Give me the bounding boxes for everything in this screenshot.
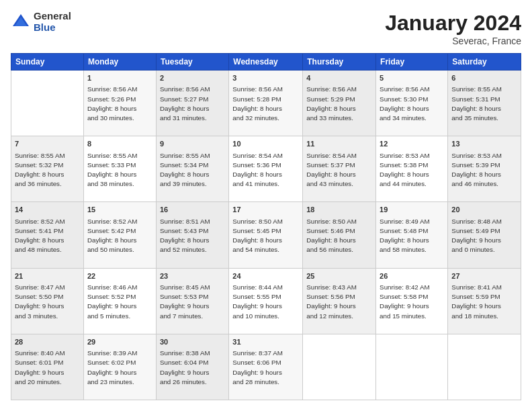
day-number: 11 — [306, 139, 372, 149]
weekday-header-saturday: Saturday — [448, 54, 521, 71]
day-info: Sunrise: 8:55 AMSunset: 5:33 PMDaylight:… — [87, 151, 152, 189]
day-number: 30 — [160, 337, 225, 347]
calendar-cell: 24Sunrise: 8:44 AMSunset: 5:55 PMDayligh… — [229, 268, 303, 334]
day-number: 17 — [232, 205, 299, 215]
calendar-cell: 8Sunrise: 8:55 AMSunset: 5:33 PMDaylight… — [83, 136, 156, 202]
weekday-header-thursday: Thursday — [303, 54, 376, 71]
calendar-cell: 13Sunrise: 8:53 AMSunset: 5:39 PMDayligh… — [448, 136, 521, 202]
calendar-cell: 31Sunrise: 8:37 AMSunset: 6:06 PMDayligh… — [229, 334, 303, 400]
day-info: Sunrise: 8:50 AMSunset: 5:45 PMDaylight:… — [232, 217, 299, 255]
logo-blue: Blue — [34, 22, 71, 34]
day-number: 26 — [380, 271, 444, 281]
calendar-cell: 27Sunrise: 8:41 AMSunset: 5:59 PMDayligh… — [448, 268, 521, 334]
title-block: January 2024 Severac, France — [385, 11, 521, 46]
day-info: Sunrise: 8:46 AMSunset: 5:52 PMDaylight:… — [87, 283, 152, 321]
day-number: 8 — [87, 139, 152, 149]
logo-general: General — [34, 11, 71, 22]
location: Severac, France — [385, 36, 521, 46]
day-info: Sunrise: 8:51 AMSunset: 5:43 PMDaylight:… — [160, 217, 225, 255]
day-info: Sunrise: 8:43 AMSunset: 5:56 PMDaylight:… — [306, 283, 372, 321]
calendar-cell: 9Sunrise: 8:55 AMSunset: 5:34 PMDaylight… — [156, 136, 228, 202]
calendar-cell: 17Sunrise: 8:50 AMSunset: 5:45 PMDayligh… — [229, 202, 303, 268]
day-info: Sunrise: 8:42 AMSunset: 5:58 PMDaylight:… — [380, 283, 444, 321]
logo-icon — [11, 12, 31, 32]
weekday-header-monday: Monday — [83, 54, 156, 71]
day-number: 16 — [160, 205, 225, 215]
day-number: 2 — [160, 73, 225, 83]
calendar-cell: 23Sunrise: 8:45 AMSunset: 5:53 PMDayligh… — [156, 268, 228, 334]
day-number: 31 — [232, 337, 299, 347]
day-info: Sunrise: 8:37 AMSunset: 6:06 PMDaylight:… — [232, 349, 299, 387]
day-info: Sunrise: 8:49 AMSunset: 5:48 PMDaylight:… — [380, 217, 444, 255]
logo: General Blue — [11, 11, 71, 33]
day-number: 12 — [380, 139, 444, 149]
calendar-cell — [448, 334, 521, 400]
weekday-header-friday: Friday — [376, 54, 448, 71]
calendar-cell: 29Sunrise: 8:39 AMSunset: 6:02 PMDayligh… — [83, 334, 156, 400]
day-info: Sunrise: 8:56 AMSunset: 5:28 PMDaylight:… — [232, 85, 299, 123]
page: General Blue January 2024 Severac, Franc… — [0, 0, 532, 411]
calendar-cell: 11Sunrise: 8:54 AMSunset: 5:37 PMDayligh… — [303, 136, 376, 202]
week-row-5: 28Sunrise: 8:40 AMSunset: 6:01 PMDayligh… — [11, 334, 521, 400]
day-number: 22 — [87, 271, 152, 281]
header: General Blue January 2024 Severac, Franc… — [11, 11, 521, 46]
day-number: 4 — [306, 73, 372, 83]
calendar-cell: 7Sunrise: 8:55 AMSunset: 5:32 PMDaylight… — [11, 136, 84, 202]
day-number: 15 — [87, 205, 152, 215]
weekday-header-tuesday: Tuesday — [156, 54, 228, 71]
day-info: Sunrise: 8:53 AMSunset: 5:38 PMDaylight:… — [380, 151, 444, 189]
calendar-cell: 18Sunrise: 8:50 AMSunset: 5:46 PMDayligh… — [303, 202, 376, 268]
calendar-cell: 30Sunrise: 8:38 AMSunset: 6:04 PMDayligh… — [156, 334, 228, 400]
weekday-header-sunday: Sunday — [11, 54, 84, 71]
calendar-cell: 14Sunrise: 8:52 AMSunset: 5:41 PMDayligh… — [11, 202, 84, 268]
day-number: 29 — [87, 337, 152, 347]
calendar-table: SundayMondayTuesdayWednesdayThursdayFrid… — [11, 53, 521, 400]
day-number: 9 — [160, 139, 225, 149]
calendar-cell: 10Sunrise: 8:54 AMSunset: 5:36 PMDayligh… — [229, 136, 303, 202]
day-info: Sunrise: 8:54 AMSunset: 5:36 PMDaylight:… — [232, 151, 299, 189]
month-title: January 2024 — [385, 11, 521, 36]
day-info: Sunrise: 8:56 AMSunset: 5:27 PMDaylight:… — [160, 85, 225, 123]
logo-text: General Blue — [34, 11, 71, 33]
day-number: 5 — [380, 73, 444, 83]
calendar-cell: 25Sunrise: 8:43 AMSunset: 5:56 PMDayligh… — [303, 268, 376, 334]
day-number: 14 — [15, 205, 80, 215]
calendar-cell: 19Sunrise: 8:49 AMSunset: 5:48 PMDayligh… — [376, 202, 448, 268]
week-row-1: 1Sunrise: 8:56 AMSunset: 5:26 PMDaylight… — [11, 71, 521, 136]
day-info: Sunrise: 8:47 AMSunset: 5:50 PMDaylight:… — [15, 283, 80, 321]
day-info: Sunrise: 8:52 AMSunset: 5:42 PMDaylight:… — [87, 217, 152, 255]
day-number: 23 — [160, 271, 225, 281]
calendar-cell: 1Sunrise: 8:56 AMSunset: 5:26 PMDaylight… — [83, 71, 156, 136]
day-number: 21 — [15, 271, 80, 281]
calendar-cell — [303, 334, 376, 400]
day-number: 27 — [451, 271, 517, 281]
day-info: Sunrise: 8:55 AMSunset: 5:34 PMDaylight:… — [160, 151, 225, 189]
week-row-3: 14Sunrise: 8:52 AMSunset: 5:41 PMDayligh… — [11, 202, 521, 268]
day-info: Sunrise: 8:55 AMSunset: 5:31 PMDaylight:… — [451, 85, 517, 123]
day-info: Sunrise: 8:56 AMSunset: 5:26 PMDaylight:… — [87, 85, 152, 123]
day-info: Sunrise: 8:38 AMSunset: 6:04 PMDaylight:… — [160, 349, 225, 387]
weekday-header-row: SundayMondayTuesdayWednesdayThursdayFrid… — [11, 54, 521, 71]
calendar-cell: 26Sunrise: 8:42 AMSunset: 5:58 PMDayligh… — [376, 268, 448, 334]
day-number: 28 — [15, 337, 80, 347]
calendar-cell: 4Sunrise: 8:56 AMSunset: 5:29 PMDaylight… — [303, 71, 376, 136]
calendar-cell: 16Sunrise: 8:51 AMSunset: 5:43 PMDayligh… — [156, 202, 228, 268]
day-number: 10 — [232, 139, 299, 149]
day-number: 1 — [87, 73, 152, 83]
day-info: Sunrise: 8:52 AMSunset: 5:41 PMDaylight:… — [15, 217, 80, 255]
week-row-4: 21Sunrise: 8:47 AMSunset: 5:50 PMDayligh… — [11, 268, 521, 334]
calendar-cell: 15Sunrise: 8:52 AMSunset: 5:42 PMDayligh… — [83, 202, 156, 268]
calendar-cell: 28Sunrise: 8:40 AMSunset: 6:01 PMDayligh… — [11, 334, 84, 400]
calendar-cell: 5Sunrise: 8:56 AMSunset: 5:30 PMDaylight… — [376, 71, 448, 136]
day-info: Sunrise: 8:50 AMSunset: 5:46 PMDaylight:… — [306, 217, 372, 255]
day-info: Sunrise: 8:44 AMSunset: 5:55 PMDaylight:… — [232, 283, 299, 321]
calendar-cell: 20Sunrise: 8:48 AMSunset: 5:49 PMDayligh… — [448, 202, 521, 268]
day-info: Sunrise: 8:56 AMSunset: 5:30 PMDaylight:… — [380, 85, 444, 123]
calendar-cell: 12Sunrise: 8:53 AMSunset: 5:38 PMDayligh… — [376, 136, 448, 202]
calendar-cell — [376, 334, 448, 400]
day-number: 18 — [306, 205, 372, 215]
day-number: 13 — [451, 139, 517, 149]
day-info: Sunrise: 8:41 AMSunset: 5:59 PMDaylight:… — [451, 283, 517, 321]
weekday-header-wednesday: Wednesday — [229, 54, 303, 71]
day-number: 6 — [451, 73, 517, 83]
